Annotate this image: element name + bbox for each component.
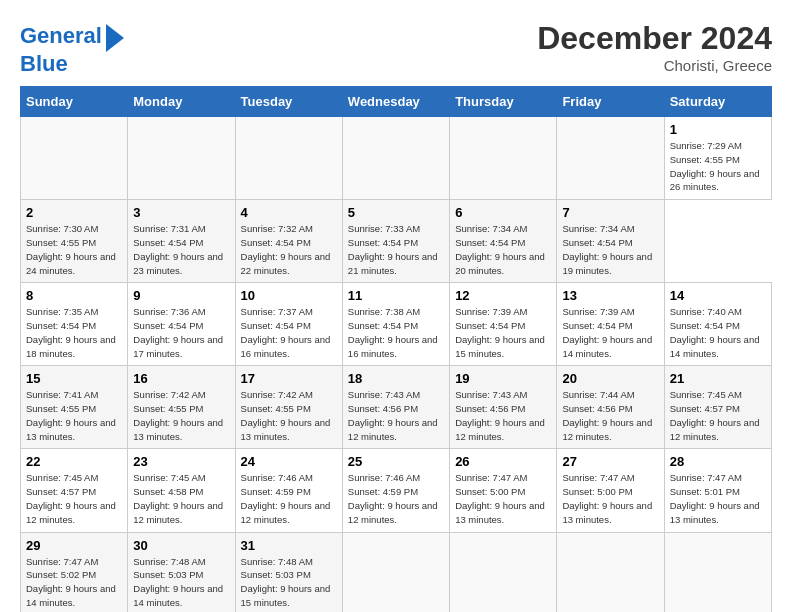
day-info: Sunrise: 7:29 AMSunset: 4:55 PMDaylight:… <box>670 139 766 194</box>
day-info: Sunrise: 7:38 AMSunset: 4:54 PMDaylight:… <box>348 305 444 360</box>
day-number: 16 <box>133 371 229 386</box>
empty-cell <box>557 117 664 200</box>
day-number: 1 <box>670 122 766 137</box>
day-number: 12 <box>455 288 551 303</box>
day-number: 22 <box>26 454 122 469</box>
day-info: Sunrise: 7:39 AMSunset: 4:54 PMDaylight:… <box>455 305 551 360</box>
calendar-week-1: 1Sunrise: 7:29 AMSunset: 4:55 PMDaylight… <box>21 117 772 200</box>
day-number: 31 <box>241 538 337 553</box>
day-info: Sunrise: 7:33 AMSunset: 4:54 PMDaylight:… <box>348 222 444 277</box>
calendar-day-4: 4Sunrise: 7:32 AMSunset: 4:54 PMDaylight… <box>235 200 342 283</box>
calendar-day-6: 6Sunrise: 7:34 AMSunset: 4:54 PMDaylight… <box>450 200 557 283</box>
day-number: 20 <box>562 371 658 386</box>
day-info: Sunrise: 7:37 AMSunset: 4:54 PMDaylight:… <box>241 305 337 360</box>
calendar-day-2: 2Sunrise: 7:30 AMSunset: 4:55 PMDaylight… <box>21 200 128 283</box>
day-info: Sunrise: 7:42 AMSunset: 4:55 PMDaylight:… <box>133 388 229 443</box>
calendar-day-26: 26Sunrise: 7:47 AMSunset: 5:00 PMDayligh… <box>450 449 557 532</box>
calendar-day-8: 8Sunrise: 7:35 AMSunset: 4:54 PMDaylight… <box>21 283 128 366</box>
calendar-day-22: 22Sunrise: 7:45 AMSunset: 4:57 PMDayligh… <box>21 449 128 532</box>
day-number: 28 <box>670 454 766 469</box>
calendar-dow-tuesday: Tuesday <box>235 87 342 117</box>
calendar-day-28: 28Sunrise: 7:47 AMSunset: 5:01 PMDayligh… <box>664 449 771 532</box>
logo-arrow-icon <box>106 24 124 52</box>
calendar-day-16: 16Sunrise: 7:42 AMSunset: 4:55 PMDayligh… <box>128 366 235 449</box>
day-info: Sunrise: 7:40 AMSunset: 4:54 PMDaylight:… <box>670 305 766 360</box>
calendar-day-15: 15Sunrise: 7:41 AMSunset: 4:55 PMDayligh… <box>21 366 128 449</box>
day-number: 11 <box>348 288 444 303</box>
day-info: Sunrise: 7:46 AMSunset: 4:59 PMDaylight:… <box>241 471 337 526</box>
calendar-week-2: 2Sunrise: 7:30 AMSunset: 4:55 PMDaylight… <box>21 200 772 283</box>
day-number: 10 <box>241 288 337 303</box>
day-info: Sunrise: 7:46 AMSunset: 4:59 PMDaylight:… <box>348 471 444 526</box>
calendar-day-10: 10Sunrise: 7:37 AMSunset: 4:54 PMDayligh… <box>235 283 342 366</box>
day-info: Sunrise: 7:48 AMSunset: 5:03 PMDaylight:… <box>241 555 337 610</box>
day-number: 13 <box>562 288 658 303</box>
day-info: Sunrise: 7:35 AMSunset: 4:54 PMDaylight:… <box>26 305 122 360</box>
day-number: 15 <box>26 371 122 386</box>
day-number: 27 <box>562 454 658 469</box>
day-info: Sunrise: 7:45 AMSunset: 4:57 PMDaylight:… <box>26 471 122 526</box>
day-info: Sunrise: 7:47 AMSunset: 5:01 PMDaylight:… <box>670 471 766 526</box>
day-number: 30 <box>133 538 229 553</box>
calendar-day-3: 3Sunrise: 7:31 AMSunset: 4:54 PMDaylight… <box>128 200 235 283</box>
calendar-dow-monday: Monday <box>128 87 235 117</box>
day-info: Sunrise: 7:34 AMSunset: 4:54 PMDaylight:… <box>455 222 551 277</box>
day-info: Sunrise: 7:45 AMSunset: 4:57 PMDaylight:… <box>670 388 766 443</box>
calendar-day-31: 31Sunrise: 7:48 AMSunset: 5:03 PMDayligh… <box>235 532 342 612</box>
calendar-day-7: 7Sunrise: 7:34 AMSunset: 4:54 PMDaylight… <box>557 200 664 283</box>
calendar-day-18: 18Sunrise: 7:43 AMSunset: 4:56 PMDayligh… <box>342 366 449 449</box>
day-info: Sunrise: 7:47 AMSunset: 5:00 PMDaylight:… <box>455 471 551 526</box>
calendar-week-4: 15Sunrise: 7:41 AMSunset: 4:55 PMDayligh… <box>21 366 772 449</box>
logo: General Blue <box>20 20 124 76</box>
calendar-day-30: 30Sunrise: 7:48 AMSunset: 5:03 PMDayligh… <box>128 532 235 612</box>
day-info: Sunrise: 7:48 AMSunset: 5:03 PMDaylight:… <box>133 555 229 610</box>
day-info: Sunrise: 7:44 AMSunset: 4:56 PMDaylight:… <box>562 388 658 443</box>
empty-cell <box>557 532 664 612</box>
day-number: 5 <box>348 205 444 220</box>
month-title: December 2024 <box>537 20 772 57</box>
calendar-day-19: 19Sunrise: 7:43 AMSunset: 4:56 PMDayligh… <box>450 366 557 449</box>
day-number: 25 <box>348 454 444 469</box>
day-number: 3 <box>133 205 229 220</box>
day-info: Sunrise: 7:30 AMSunset: 4:55 PMDaylight:… <box>26 222 122 277</box>
calendar-dow-sunday: Sunday <box>21 87 128 117</box>
calendar-day-25: 25Sunrise: 7:46 AMSunset: 4:59 PMDayligh… <box>342 449 449 532</box>
day-info: Sunrise: 7:43 AMSunset: 4:56 PMDaylight:… <box>348 388 444 443</box>
empty-cell <box>450 117 557 200</box>
title-block: December 2024 Choristi, Greece <box>537 20 772 74</box>
location: Choristi, Greece <box>537 57 772 74</box>
day-number: 14 <box>670 288 766 303</box>
empty-cell <box>235 117 342 200</box>
day-number: 17 <box>241 371 337 386</box>
day-info: Sunrise: 7:41 AMSunset: 4:55 PMDaylight:… <box>26 388 122 443</box>
day-info: Sunrise: 7:32 AMSunset: 4:54 PMDaylight:… <box>241 222 337 277</box>
calendar-week-6: 29Sunrise: 7:47 AMSunset: 5:02 PMDayligh… <box>21 532 772 612</box>
logo-text2: Blue <box>20 52 68 76</box>
empty-cell <box>450 532 557 612</box>
day-number: 8 <box>26 288 122 303</box>
day-info: Sunrise: 7:36 AMSunset: 4:54 PMDaylight:… <box>133 305 229 360</box>
empty-cell <box>342 117 449 200</box>
calendar-dow-saturday: Saturday <box>664 87 771 117</box>
day-number: 2 <box>26 205 122 220</box>
empty-cell <box>342 532 449 612</box>
page-header: General Blue December 2024 Choristi, Gre… <box>20 20 772 76</box>
calendar-day-21: 21Sunrise: 7:45 AMSunset: 4:57 PMDayligh… <box>664 366 771 449</box>
empty-cell <box>664 532 771 612</box>
calendar-day-14: 14Sunrise: 7:40 AMSunset: 4:54 PMDayligh… <box>664 283 771 366</box>
day-number: 24 <box>241 454 337 469</box>
day-number: 21 <box>670 371 766 386</box>
day-number: 26 <box>455 454 551 469</box>
day-number: 29 <box>26 538 122 553</box>
calendar-day-23: 23Sunrise: 7:45 AMSunset: 4:58 PMDayligh… <box>128 449 235 532</box>
calendar-day-17: 17Sunrise: 7:42 AMSunset: 4:55 PMDayligh… <box>235 366 342 449</box>
calendar-dow-thursday: Thursday <box>450 87 557 117</box>
calendar-day-1: 1Sunrise: 7:29 AMSunset: 4:55 PMDaylight… <box>664 117 771 200</box>
day-number: 9 <box>133 288 229 303</box>
calendar-week-5: 22Sunrise: 7:45 AMSunset: 4:57 PMDayligh… <box>21 449 772 532</box>
day-number: 7 <box>562 205 658 220</box>
calendar-day-9: 9Sunrise: 7:36 AMSunset: 4:54 PMDaylight… <box>128 283 235 366</box>
empty-cell <box>21 117 128 200</box>
day-number: 19 <box>455 371 551 386</box>
day-number: 4 <box>241 205 337 220</box>
